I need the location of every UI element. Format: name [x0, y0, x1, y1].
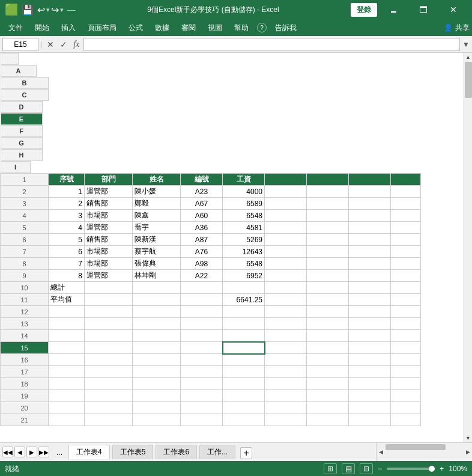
- cell-B5[interactable]: 運營部: [85, 222, 133, 234]
- cell-C16[interactable]: [133, 354, 181, 366]
- save-icon[interactable]: 💾: [22, 4, 34, 16]
- cell-D14[interactable]: [181, 330, 223, 342]
- cell-A14[interactable]: [49, 330, 85, 342]
- cell-G14[interactable]: [307, 330, 349, 342]
- cell-G18[interactable]: [307, 378, 349, 390]
- cell-A13[interactable]: [49, 318, 85, 330]
- cell-F19[interactable]: [265, 390, 307, 402]
- cell-G2[interactable]: [307, 186, 349, 198]
- cell-I15[interactable]: [391, 342, 421, 354]
- cell-E17[interactable]: [223, 366, 265, 378]
- row-num-1[interactable]: 1: [1, 174, 49, 186]
- cell-E1[interactable]: 工資: [223, 174, 265, 186]
- cell-D10[interactable]: [181, 282, 223, 294]
- cell-E4[interactable]: 6548: [223, 210, 265, 222]
- cell-E7[interactable]: 12643: [223, 246, 265, 258]
- cell-I14[interactable]: [391, 330, 421, 342]
- cell-D12[interactable]: [181, 306, 223, 318]
- cell-I17[interactable]: [391, 366, 421, 378]
- cell-H18[interactable]: [349, 378, 391, 390]
- cell-F1[interactable]: [265, 174, 307, 186]
- cell-B20[interactable]: [85, 402, 133, 414]
- cell-G21[interactable]: [307, 414, 349, 426]
- cell-D11[interactable]: [181, 294, 223, 306]
- cell-F12[interactable]: [265, 306, 307, 318]
- scroll-down-arrow[interactable]: ▼: [464, 434, 473, 442]
- formula-input[interactable]: [83, 38, 460, 51]
- col-header-F[interactable]: F: [1, 125, 43, 137]
- row-num-20[interactable]: 20: [1, 402, 49, 414]
- sheet-tab-6[interactable]: 工作表6: [156, 445, 197, 459]
- cell-I6[interactable]: [391, 234, 421, 246]
- hscroll-track[interactable]: [385, 443, 464, 461]
- row-num-17[interactable]: 17: [1, 366, 49, 378]
- col-header-C[interactable]: C: [1, 89, 49, 101]
- row-num-2[interactable]: 2: [1, 186, 49, 198]
- cell-D5[interactable]: A36: [181, 222, 223, 234]
- row-num-12[interactable]: 12: [1, 306, 49, 318]
- row-num-18[interactable]: 18: [1, 378, 49, 390]
- cell-I9[interactable]: [391, 270, 421, 282]
- cell-G6[interactable]: [307, 234, 349, 246]
- cell-F11[interactable]: [265, 294, 307, 306]
- zoom-slider[interactable]: [387, 468, 435, 470]
- row-num-11[interactable]: 11: [1, 294, 49, 306]
- cell-I20[interactable]: [391, 402, 421, 414]
- cell-C13[interactable]: [133, 318, 181, 330]
- cell-E13[interactable]: [223, 318, 265, 330]
- cell-A8[interactable]: 7: [49, 258, 85, 270]
- cell-G5[interactable]: [307, 222, 349, 234]
- cell-D2[interactable]: A23: [181, 186, 223, 198]
- cell-D1[interactable]: 編號: [181, 174, 223, 186]
- cell-F17[interactable]: [265, 366, 307, 378]
- cell-C6[interactable]: 陳新漢: [133, 234, 181, 246]
- cell-B12[interactable]: [85, 306, 133, 318]
- cell-D18[interactable]: [181, 378, 223, 390]
- cell-E18[interactable]: [223, 378, 265, 390]
- cell-F6[interactable]: [265, 234, 307, 246]
- cell-B4[interactable]: 市場部: [85, 210, 133, 222]
- cell-A7[interactable]: 6: [49, 246, 85, 258]
- cell-E14[interactable]: [223, 330, 265, 342]
- hscroll-right-arrow[interactable]: ▶: [464, 448, 472, 456]
- sheet-nav-last[interactable]: ▶▶: [38, 447, 49, 457]
- cell-E19[interactable]: [223, 390, 265, 402]
- cell-B14[interactable]: [85, 330, 133, 342]
- cell-B17[interactable]: [85, 366, 133, 378]
- menu-help[interactable]: 幫助: [228, 20, 255, 35]
- cell-A15[interactable]: [49, 342, 85, 354]
- cell-E21[interactable]: [223, 414, 265, 426]
- share-button[interactable]: 👤 共享: [444, 23, 470, 33]
- cell-G1[interactable]: [307, 174, 349, 186]
- cell-I18[interactable]: [391, 378, 421, 390]
- cell-E11[interactable]: 6641.25: [223, 294, 265, 306]
- cell-E9[interactable]: 6952: [223, 270, 265, 282]
- cell-E8[interactable]: 6548: [223, 258, 265, 270]
- cell-F9[interactable]: [265, 270, 307, 282]
- scroll-track[interactable]: [464, 61, 472, 434]
- cell-G17[interactable]: [307, 366, 349, 378]
- cell-A12[interactable]: [49, 306, 85, 318]
- row-num-4[interactable]: 4: [1, 210, 49, 222]
- cell-A11[interactable]: 平均值: [49, 294, 85, 306]
- cell-G7[interactable]: [307, 246, 349, 258]
- sheet-tab-5[interactable]: 工作表5: [112, 445, 154, 459]
- cell-B19[interactable]: [85, 390, 133, 402]
- cell-B8[interactable]: 市場部: [85, 258, 133, 270]
- cell-C19[interactable]: [133, 390, 181, 402]
- cell-E6[interactable]: 5269: [223, 234, 265, 246]
- cell-H21[interactable]: [349, 414, 391, 426]
- cell-G4[interactable]: [307, 210, 349, 222]
- row-num-15[interactable]: 15: [1, 342, 49, 354]
- cell-C11[interactable]: [133, 294, 181, 306]
- sheet-tab-dots[interactable]: ...: [52, 446, 67, 459]
- cell-A4[interactable]: 3: [49, 210, 85, 222]
- cell-H20[interactable]: [349, 402, 391, 414]
- col-header-G[interactable]: G: [1, 137, 43, 149]
- cell-C8[interactable]: 張偉典: [133, 258, 181, 270]
- row-num-5[interactable]: 5: [1, 222, 49, 234]
- menu-start[interactable]: 開始: [29, 20, 55, 35]
- cell-G19[interactable]: [307, 390, 349, 402]
- row-num-7[interactable]: 7: [1, 246, 49, 258]
- cell-A5[interactable]: 4: [49, 222, 85, 234]
